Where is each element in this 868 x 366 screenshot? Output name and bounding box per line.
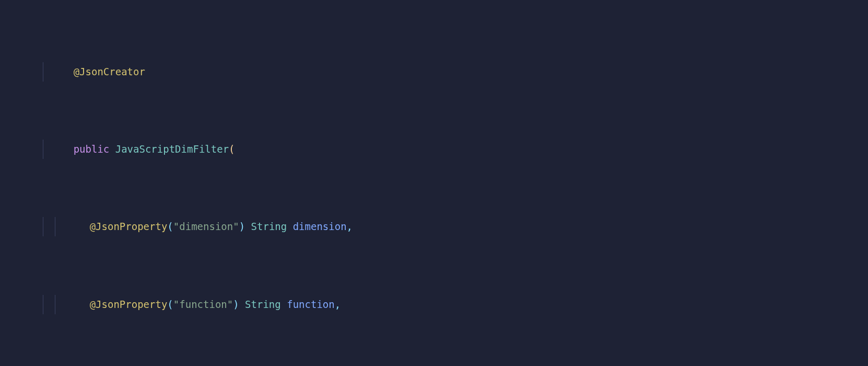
type-string: String (245, 299, 281, 310)
code-editor[interactable]: @JsonCreator public JavaScriptDimFilter(… (29, 0, 868, 366)
param-function: function (287, 299, 335, 310)
string-literal: "dimension" (173, 221, 239, 232)
string-literal: "function" (173, 299, 233, 310)
annotation: @JsonCreator (74, 66, 145, 77)
param-dimension: dimension (293, 221, 347, 232)
type-string: String (251, 221, 287, 232)
keyword-public: public (74, 143, 110, 155)
annotation: @JsonProperty (90, 299, 168, 310)
editor-gutter (0, 0, 29, 366)
open-paren: ( (229, 143, 234, 155)
constructor-name: JavaScriptDimFilter (115, 143, 229, 155)
annotation: @JsonProperty (90, 221, 168, 232)
